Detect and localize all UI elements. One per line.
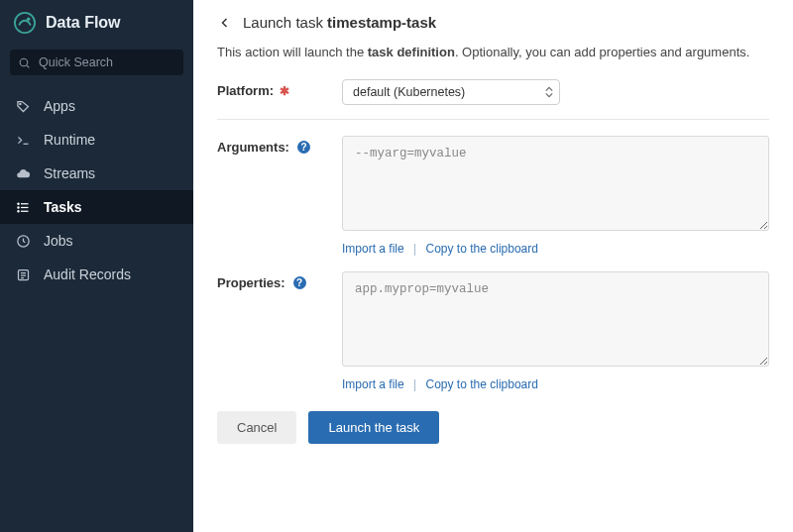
platform-label: Platform: ✱ (217, 79, 342, 98)
sidebar-item-label: Audit Records (44, 266, 131, 282)
sidebar-item-apps[interactable]: Apps (0, 89, 193, 123)
sidebar-item-label: Jobs (44, 233, 73, 249)
tag-icon (14, 97, 32, 115)
svg-point-10 (17, 206, 18, 207)
main-content: Launch task timestamp-task This action w… (193, 0, 793, 532)
sidebar-item-label: Runtime (44, 132, 95, 148)
chevron-updown-icon (545, 87, 553, 98)
brand-logo-icon (14, 12, 36, 34)
sidebar-item-label: Apps (44, 98, 75, 114)
brand: Data Flow (0, 0, 193, 44)
intro-text: This action will launch the task definit… (217, 45, 769, 59)
separator (217, 119, 769, 120)
clock-icon (14, 232, 32, 250)
search-icon (18, 56, 31, 69)
platform-select[interactable]: default (Kubernetes) (342, 79, 560, 105)
cancel-button[interactable]: Cancel (217, 411, 296, 444)
required-icon: ✱ (280, 84, 289, 98)
help-icon[interactable]: ? (297, 141, 310, 154)
properties-label: Properties: ? (217, 271, 342, 290)
arguments-copy-link[interactable]: Copy to the clipboard (426, 242, 538, 256)
quick-search[interactable] (10, 50, 183, 75)
platform-select-value: default (Kubernetes) (353, 85, 465, 99)
terminal-icon (14, 131, 32, 149)
arguments-links: Import a file | Copy to the clipboard (342, 242, 769, 256)
sidebar-item-tasks[interactable]: Tasks (0, 190, 193, 224)
page-title-task: timestamp-task (327, 14, 436, 31)
sidebar-item-jobs[interactable]: Jobs (0, 224, 193, 258)
svg-point-4 (19, 103, 20, 104)
list-icon (14, 198, 32, 216)
arguments-row: Arguments: ? Import a file | Copy to the… (217, 136, 769, 256)
button-row: Cancel Launch the task (217, 411, 769, 444)
properties-import-link[interactable]: Import a file (342, 377, 404, 391)
back-button[interactable] (217, 15, 233, 31)
platform-row: Platform: ✱ default (Kubernetes) (217, 79, 769, 105)
page-title-row: Launch task timestamp-task (217, 14, 769, 31)
arguments-textarea[interactable] (342, 136, 769, 231)
page-title-prefix: Launch task (243, 14, 327, 31)
properties-row: Properties: ? Import a file | Copy to th… (217, 271, 769, 391)
records-icon (14, 266, 32, 283)
properties-links: Import a file | Copy to the clipboard (342, 377, 769, 391)
quick-search-input[interactable] (39, 55, 175, 69)
sidebar-item-label: Streams (44, 165, 95, 181)
svg-point-0 (15, 13, 35, 33)
help-icon[interactable]: ? (293, 276, 306, 289)
properties-textarea[interactable] (342, 271, 769, 367)
sidebar-item-runtime[interactable]: Runtime (0, 123, 193, 157)
arguments-label: Arguments: ? (217, 136, 342, 155)
sidebar-item-streams[interactable]: Streams (0, 157, 193, 190)
properties-copy-link[interactable]: Copy to the clipboard (426, 377, 538, 391)
svg-point-1 (27, 18, 31, 22)
launch-button[interactable]: Launch the task (308, 411, 439, 444)
sidebar-item-label: Tasks (44, 199, 82, 215)
svg-point-2 (20, 58, 28, 66)
svg-point-11 (17, 210, 18, 211)
svg-point-9 (17, 203, 18, 204)
svg-line-3 (27, 65, 29, 67)
arguments-import-link[interactable]: Import a file (342, 242, 404, 256)
sidebar-item-audit-records[interactable]: Audit Records (0, 258, 193, 291)
sidebar-nav: Apps Runtime Streams Tasks (0, 89, 193, 291)
page-title: Launch task timestamp-task (243, 14, 436, 31)
sidebar: Data Flow Apps (0, 0, 193, 532)
cloud-icon (14, 164, 32, 182)
brand-title: Data Flow (46, 14, 121, 32)
